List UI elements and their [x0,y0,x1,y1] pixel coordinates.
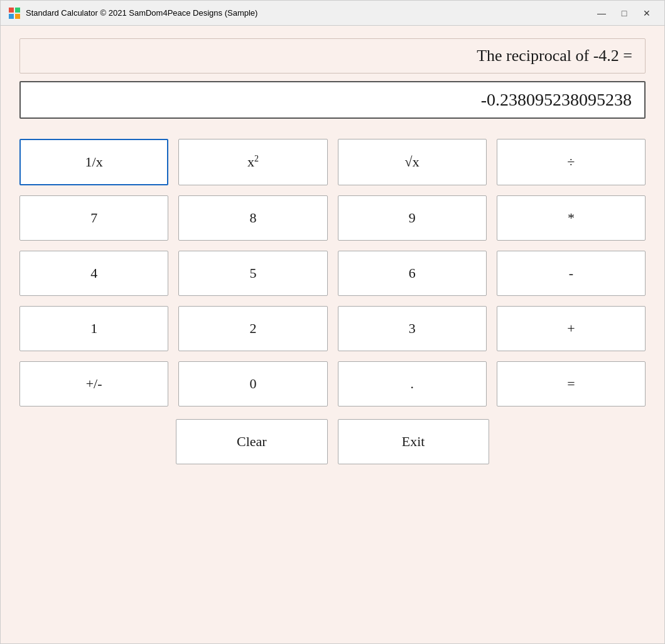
nine-button[interactable]: 9 [338,195,487,241]
svg-rect-0 [9,8,14,13]
window-title: Standard Calculator © 2021 SamDom4Peace … [26,8,257,18]
divide-button[interactable]: ÷ [497,139,646,185]
svg-rect-1 [15,8,20,13]
button-row-1: 1/x x2 √x ÷ [19,139,646,185]
one-button[interactable]: 1 [19,306,168,351]
six-button[interactable]: 6 [338,251,487,296]
reciprocal-button[interactable]: 1/x [19,139,168,185]
exit-button[interactable]: Exit [338,419,489,464]
close-button[interactable]: ✕ [637,4,657,22]
maximize-button[interactable]: □ [614,4,634,22]
clear-exit-row: Clear Exit [19,419,646,464]
two-button[interactable]: 2 [178,306,327,351]
svg-rect-2 [9,14,14,19]
button-row-2: 7 8 9 * [19,195,646,241]
eight-button[interactable]: 8 [178,195,327,241]
clear-button[interactable]: Clear [176,419,327,464]
svg-rect-3 [15,14,20,19]
display-label: The reciprocal of -4.2 = [19,38,646,74]
minimize-button[interactable]: — [592,4,612,22]
button-row-3: 4 5 6 - [19,251,646,296]
five-button[interactable]: 5 [178,251,327,296]
add-button[interactable]: + [497,306,646,351]
three-button[interactable]: 3 [338,306,487,351]
button-row-4: 1 2 3 + [19,306,646,351]
four-button[interactable]: 4 [19,251,168,296]
sqrt-button[interactable]: √x [338,139,487,185]
calculator-window: Standard Calculator © 2021 SamDom4Peace … [0,0,665,644]
zero-button[interactable]: 0 [178,361,327,407]
window-controls: — □ ✕ [592,4,657,22]
title-bar: Standard Calculator © 2021 SamDom4Peace … [1,1,664,26]
square-button[interactable]: x2 [178,139,327,185]
button-grid: 1/x x2 √x ÷ 7 8 9 * 4 5 6 - 1 [19,139,646,464]
display-result: -0.238095238095238 [19,81,646,119]
decimal-button[interactable]: . [338,361,487,407]
calculator-body: The reciprocal of -4.2 = -0.238095238095… [1,26,664,643]
title-bar-left: Standard Calculator © 2021 SamDom4Peace … [8,7,257,19]
negate-button[interactable]: +/- [19,361,168,407]
multiply-button[interactable]: * [497,195,646,241]
equals-button[interactable]: = [497,361,646,407]
button-row-5: +/- 0 . = [19,361,646,407]
subtract-button[interactable]: - [497,251,646,296]
seven-button[interactable]: 7 [19,195,168,241]
app-icon [8,7,21,19]
